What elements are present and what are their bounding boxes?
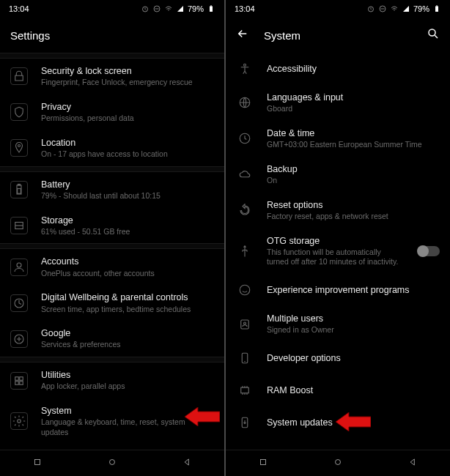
- item-utilities[interactable]: UtilitiesApp locker, parallel apps: [0, 362, 224, 398]
- reset-icon: [236, 201, 254, 219]
- nav-back[interactable]: [182, 457, 192, 470]
- lock-icon: [10, 67, 28, 85]
- shield-icon: [10, 103, 28, 121]
- item-system[interactable]: SystemLanguage & keyboard, time, reset, …: [0, 398, 224, 445]
- item-google[interactable]: GoogleServices & preferences: [0, 321, 224, 357]
- item-subtitle: Screen time, app timers, bedtime schedul…: [41, 305, 214, 315]
- item-about-phone[interactable]: About phoneOnePlus 6: [0, 445, 224, 450]
- status-bar: 13:04 79%: [226, 0, 450, 18]
- nav-bar: [226, 450, 450, 476]
- item-title: System: [41, 405, 214, 417]
- item-subtitle: GMT+03:00 Eastern European Summer Time: [267, 140, 440, 150]
- dnd-icon: [378, 4, 387, 13]
- nav-home[interactable]: [333, 457, 343, 470]
- svg-rect-15: [20, 381, 23, 384]
- status-time: 13:04: [235, 4, 255, 13]
- item-location[interactable]: LocationOn - 17 apps have access to loca…: [0, 130, 224, 166]
- item-otg-storage[interactable]: OTG storageThis function will be automat…: [226, 228, 450, 275]
- item-title: Accessibility: [267, 63, 440, 75]
- wifi-icon: [164, 4, 173, 13]
- ram-icon: [236, 382, 254, 399]
- svg-rect-2: [210, 7, 213, 12]
- svg-rect-34: [261, 459, 266, 464]
- svg-rect-12: [15, 376, 19, 380]
- google-icon: [10, 330, 28, 348]
- settings-list[interactable]: Security & lock screenFingerprint, Face …: [0, 53, 224, 450]
- wellbeing-icon: [10, 294, 28, 312]
- svg-point-4: [18, 145, 21, 147]
- item-subtitle: This function will be automatically turn…: [267, 248, 405, 267]
- clock-icon: [236, 130, 254, 147]
- item-title: Location: [41, 137, 214, 149]
- status-time: 13:04: [9, 4, 29, 13]
- nav-recent[interactable]: [32, 457, 43, 470]
- item-title: Storage: [41, 215, 214, 226]
- status-icons: 79%: [366, 4, 441, 13]
- item-title: Developer options: [267, 352, 440, 364]
- item-ram-boost[interactable]: RAM Boost: [226, 374, 450, 406]
- settings-screen: 13:04 79% Settings Security & lock scree…: [0, 0, 224, 476]
- status-bar: 13:04 79%: [0, 0, 224, 18]
- globe-icon: [236, 94, 254, 111]
- item-title: Experience improvement programs: [267, 284, 440, 296]
- item-subtitle: Language & keyboard, time, reset, system…: [41, 417, 214, 437]
- svg-point-16: [18, 420, 21, 423]
- item-developer-options[interactable]: Developer options: [226, 342, 450, 374]
- item-title: Multiple users: [267, 313, 440, 324]
- item-subtitle: Services & preferences: [41, 340, 214, 350]
- svg-rect-14: [15, 381, 19, 384]
- item-title: System updates: [267, 417, 440, 428]
- gear-icon: [10, 412, 28, 430]
- item-date-time[interactable]: Date & timeGMT+03:00 Eastern European Su…: [226, 121, 450, 157]
- svg-point-28: [240, 285, 250, 295]
- alarm-icon: [366, 4, 375, 13]
- item-title: Backup: [267, 163, 440, 175]
- battery-icon: [10, 181, 28, 198]
- svg-rect-6: [18, 185, 21, 186]
- item-privacy[interactable]: PrivacyPermissions, personal data: [0, 94, 224, 130]
- search-button[interactable]: [427, 27, 440, 43]
- svg-rect-23: [436, 6, 438, 7]
- usb-icon: [236, 242, 254, 260]
- nav-back[interactable]: [407, 457, 418, 470]
- item-storage[interactable]: Storage61% used - 50.51 GB free: [0, 208, 224, 244]
- svg-point-30: [244, 322, 246, 324]
- system-screen: 13:04 79% System AccessibilityLanguages …: [226, 0, 450, 476]
- svg-point-25: [244, 64, 246, 66]
- svg-point-35: [336, 459, 341, 464]
- item-digital-wellbeing-parental-controls[interactable]: Digital Wellbeing & parental controlsScr…: [0, 285, 224, 321]
- item-battery[interactable]: Battery79% - Should last until about 10:…: [0, 172, 224, 208]
- item-subtitle: 79% - Should last until about 10:15: [41, 191, 214, 201]
- item-security-lock-screen[interactable]: Security & lock screenFingerprint, Face …: [0, 59, 224, 94]
- wifi-icon: [390, 4, 399, 13]
- accessibility-icon: [236, 60, 254, 78]
- item-title: RAM Boost: [267, 384, 440, 396]
- nav-bar: [0, 450, 224, 476]
- item-subtitle: OnePlus account, other accounts: [41, 269, 214, 279]
- nav-home[interactable]: [107, 457, 117, 470]
- svg-rect-13: [20, 376, 23, 380]
- item-backup[interactable]: BackupOn: [226, 157, 450, 193]
- item-title: Battery: [41, 179, 214, 190]
- item-title: Utilities: [41, 369, 214, 381]
- system-list[interactable]: AccessibilityLanguages & inputGboardDate…: [226, 53, 450, 450]
- svg-point-9: [17, 263, 21, 267]
- item-subtitle: Permissions, personal data: [41, 114, 214, 124]
- item-system-updates[interactable]: System updates: [226, 406, 450, 439]
- svg-rect-18: [35, 459, 40, 464]
- item-title: Google: [41, 327, 214, 339]
- svg-rect-32: [241, 387, 249, 393]
- dnd-icon: [152, 4, 161, 13]
- item-languages-input[interactable]: Languages & inputGboard: [226, 85, 450, 121]
- toggle-switch[interactable]: [418, 246, 440, 256]
- item-reset-options[interactable]: Reset optionsFactory reset, apps & netwo…: [226, 193, 450, 228]
- item-subtitle: Factory reset, apps & network reset: [267, 212, 440, 222]
- svg-rect-3: [210, 6, 212, 7]
- users-icon: [236, 316, 254, 333]
- item-multiple-users[interactable]: Multiple usersSigned in as Owner: [226, 306, 450, 342]
- item-accessibility[interactable]: Accessibility: [226, 53, 450, 85]
- back-button[interactable]: [236, 27, 249, 43]
- nav-recent[interactable]: [258, 457, 268, 470]
- item-experience-improvement-programs[interactable]: Experience improvement programs: [226, 274, 450, 306]
- item-accounts[interactable]: AccountsOnePlus account, other accounts: [0, 249, 224, 285]
